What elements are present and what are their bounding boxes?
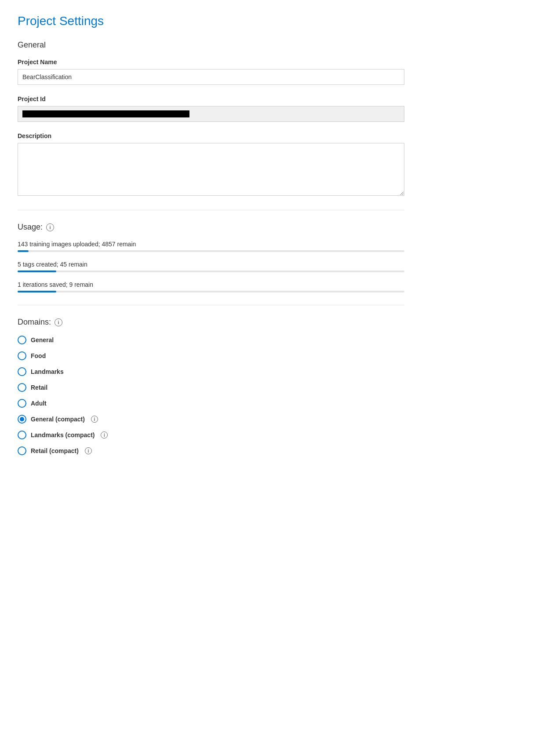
domain-label-landmarks-compact: Landmarks (compact) xyxy=(31,431,95,439)
domain-label-landmarks: Landmarks xyxy=(31,368,64,375)
domain-radio-landmarks-compact[interactable] xyxy=(18,431,26,439)
domain-radio-food[interactable] xyxy=(18,351,26,360)
domain-radio-retail[interactable] xyxy=(18,383,26,392)
usage-text-1: 5 tags created; 45 remain xyxy=(18,261,404,268)
domains-info-icon[interactable]: i xyxy=(55,318,62,326)
domain-item-adult[interactable]: Adult xyxy=(18,399,404,408)
description-label: Description xyxy=(18,132,404,139)
domain-radio-inner-general-compact xyxy=(20,417,24,421)
domain-radio-landmarks[interactable] xyxy=(18,367,26,376)
domain-list: General Food Landmarks Retail Adult Gene… xyxy=(18,336,404,455)
domain-item-landmarks[interactable]: Landmarks xyxy=(18,367,404,376)
usage-progress-fill-0 xyxy=(18,250,29,252)
project-name-field: Project Name xyxy=(18,58,404,85)
usage-section-header: Usage: i xyxy=(18,223,404,232)
domains-section-title: Domains: xyxy=(18,318,51,327)
general-compact-info-icon[interactable]: i xyxy=(91,416,98,423)
divider-usage xyxy=(18,210,404,210)
divider-domains xyxy=(18,305,404,305)
usage-items: 143 training images uploaded; 4857 remai… xyxy=(18,241,404,292)
project-id-label: Project Id xyxy=(18,95,404,102)
usage-item-2: 1 iterations saved; 9 remain xyxy=(18,281,404,292)
redacted-id xyxy=(22,110,189,117)
landmarks-compact-info-icon[interactable]: i xyxy=(101,431,108,439)
usage-info-icon[interactable]: i xyxy=(46,223,54,231)
domain-item-general[interactable]: General xyxy=(18,336,404,344)
usage-progress-track-2 xyxy=(18,291,404,292)
domain-label-retail: Retail xyxy=(31,384,47,391)
general-section-title: General xyxy=(18,40,404,50)
description-input[interactable] xyxy=(18,143,404,196)
project-id-field: Project Id xyxy=(18,95,404,122)
usage-item-0: 143 training images uploaded; 4857 remai… xyxy=(18,241,404,252)
page-title: Project Settings xyxy=(18,14,404,28)
domain-item-general-compact[interactable]: General (compact) i xyxy=(18,415,404,424)
domain-label-general-compact: General (compact) xyxy=(31,416,85,423)
domains-section-header: Domains: i xyxy=(18,318,404,327)
domain-label-adult: Adult xyxy=(31,400,47,407)
usage-progress-fill-1 xyxy=(18,270,56,272)
usage-item-1: 5 tags created; 45 remain xyxy=(18,261,404,272)
domain-radio-adult[interactable] xyxy=(18,399,26,408)
domain-item-retail-compact[interactable]: Retail (compact) i xyxy=(18,446,404,455)
domain-radio-retail-compact[interactable] xyxy=(18,446,26,455)
usage-section-title: Usage: xyxy=(18,223,43,232)
usage-progress-track-0 xyxy=(18,250,404,252)
project-name-label: Project Name xyxy=(18,58,404,66)
project-id-input xyxy=(18,106,404,122)
retail-compact-info-icon[interactable]: i xyxy=(85,447,92,454)
domain-label-general: General xyxy=(31,336,54,344)
usage-text-2: 1 iterations saved; 9 remain xyxy=(18,281,404,288)
usage-progress-fill-2 xyxy=(18,291,56,292)
domain-radio-general-compact[interactable] xyxy=(18,415,26,424)
domain-label-retail-compact: Retail (compact) xyxy=(31,447,79,454)
domain-item-landmarks-compact[interactable]: Landmarks (compact) i xyxy=(18,431,404,439)
domain-radio-general[interactable] xyxy=(18,336,26,344)
domain-item-food[interactable]: Food xyxy=(18,351,404,360)
domain-label-food: Food xyxy=(31,352,46,359)
description-field: Description xyxy=(18,132,404,197)
usage-progress-track-1 xyxy=(18,270,404,272)
usage-text-0: 143 training images uploaded; 4857 remai… xyxy=(18,241,404,248)
domain-item-retail[interactable]: Retail xyxy=(18,383,404,392)
project-name-input[interactable] xyxy=(18,69,404,85)
